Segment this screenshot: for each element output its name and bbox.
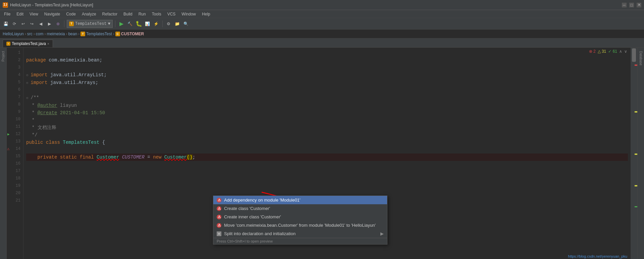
toolbar-sep1 (64, 20, 64, 27)
toolbar-undo[interactable]: ↩ (19, 20, 27, 28)
build-button[interactable]: 🔨 (126, 20, 134, 28)
line-7-code: * @author liayun (26, 103, 77, 108)
menu-run[interactable]: Run (136, 11, 149, 17)
line-gutter: 1 2 3 4 5 6 7 8 9 10 11 ▶ 12 13 ⚠ 14 15 … (7, 48, 23, 259)
menu-file[interactable]: File (1, 11, 13, 17)
qf-item-label-3: Create inner class 'Customer' (224, 214, 281, 219)
scroll-warning-3 (635, 185, 637, 186)
qf-item-create-inner-class[interactable]: ⚠ Create inner class 'Customer' (213, 213, 387, 221)
menu-vcs[interactable]: VCS (165, 11, 178, 17)
line-num-20: 20 (7, 189, 23, 197)
menu-navigate[interactable]: Navigate (42, 11, 63, 17)
line-19-code (26, 199, 29, 204)
minimize-button[interactable]: ─ (622, 3, 627, 7)
main-layout: Project ⊗ 2 △ 31 ✓ 61 ∧ ∨ 1 2 3 4 5 6 7 … (0, 48, 644, 259)
close-button[interactable]: ✕ (637, 3, 641, 7)
toolbar-sync[interactable]: ⟳ (11, 20, 18, 28)
qf-split-icon: ≡ (217, 231, 221, 236)
line-num-8: 8 (7, 101, 23, 108)
nav-dropdown-arrow: ▼ (108, 21, 110, 26)
qf-submenu-arrow: ▶ (380, 231, 384, 236)
coverage-button[interactable]: 📊 (144, 20, 151, 28)
menu-tools[interactable]: Tools (149, 11, 164, 17)
breadcrumb-bean[interactable]: bean (68, 32, 77, 36)
line-20-code (26, 206, 29, 212)
line-10-code: * 文档注释 (26, 125, 56, 130)
debug-button[interactable]: 🐛 (135, 20, 143, 28)
profile-button[interactable]: ⚡ (153, 20, 160, 28)
line-num-17: 17 (7, 167, 23, 175)
qf-item-add-dependency[interactable]: ⚠ Add dependency on module 'Module01' (213, 196, 387, 204)
line-num-7: 7 (7, 93, 23, 101)
breadcrumb-templates-test[interactable]: TemplatesTest (86, 32, 112, 36)
breadcrumb-customer[interactable]: C CUSTOMER (115, 32, 144, 36)
line-num-19: 19 (7, 182, 23, 189)
qf-error-icon-3: ⚠ (217, 215, 221, 219)
menu-bar: File Edit View Navigate Code Analyze Ref… (0, 10, 644, 18)
line-12-code: public class TemplatesTest { (26, 140, 105, 145)
qf-item-move[interactable]: ⚠ Move 'com.meimeixia.bean.Customer' fro… (213, 221, 387, 229)
external-tools[interactable]: 📁 (174, 20, 181, 28)
qf-item-split[interactable]: ≡ Split into declaration and initializat… (213, 229, 387, 238)
search-button[interactable]: 🔍 (182, 20, 190, 28)
toolbar: 💾 ⟳ ↩ ↪ ◀ ▶ ⊕ T TemplatesTest ▼ ▶ 🔨 🐛 📊 … (0, 18, 644, 30)
app-icon: IJ (3, 2, 8, 8)
qf-item-label-4: Move 'com.meimeixia.bean.Customer' from … (224, 223, 376, 228)
sidebar-project-label[interactable]: Project (1, 51, 5, 61)
line-18-code (26, 191, 29, 197)
vertical-scrollbar[interactable] (631, 48, 637, 259)
line-num-11: 11 (7, 123, 23, 130)
line-21-code (26, 214, 29, 219)
menu-view[interactable]: View (27, 11, 41, 17)
menu-edit[interactable]: Edit (14, 11, 26, 17)
title-bar-left: IJ HelloLiayun - TemplatesTest.java [Hel… (3, 2, 93, 8)
toolbar-redo[interactable]: ↪ (28, 20, 36, 28)
run-button[interactable]: ▶ (118, 20, 125, 28)
tab-templates-test[interactable]: T TemplatesTest.java × (3, 40, 53, 47)
toolbar-recent[interactable]: ⊕ (54, 20, 62, 28)
line-num-4: 4 (7, 71, 23, 79)
tab-icon: T (6, 42, 10, 46)
toolbar-forward[interactable]: ▶ (46, 20, 53, 28)
tab-label: TemplatesTest.java (12, 41, 46, 46)
breadcrumb-class[interactable]: T TemplatesTest (80, 32, 112, 36)
line-8-code: * @create 2021-04-01 15:50 (26, 110, 105, 116)
line-num-16: 16 (7, 160, 23, 167)
line-5-code (26, 88, 29, 93)
menu-build[interactable]: Build (121, 11, 135, 17)
line-num-2: 2 (7, 56, 23, 64)
menu-window[interactable]: Window (179, 11, 199, 17)
line-num-15: 15 (7, 153, 23, 160)
line-num-21: 21 (7, 197, 23, 204)
line-14-code: private static final Customer CUSTOMER =… (26, 154, 628, 161)
breadcrumb-meimeixia[interactable]: meimeixia (47, 32, 65, 36)
line-num-12: ▶ 12 (7, 130, 23, 138)
breadcrumb-project[interactable]: HelloLiayun (3, 32, 24, 36)
window-controls: ─ □ ✕ (622, 3, 641, 7)
breadcrumb-src[interactable]: src (27, 32, 33, 36)
breadcrumb-customer-label[interactable]: CUSTOMER (121, 32, 144, 36)
toolbar-save-all[interactable]: 💾 (2, 20, 9, 28)
toolbar-back[interactable]: ◀ (37, 20, 44, 28)
sidebar-database-label[interactable]: Database (639, 51, 643, 66)
tab-close-button[interactable]: × (47, 42, 49, 46)
nav-dropdown[interactable]: T TemplatesTest ▼ (67, 20, 113, 28)
line-3-code: ⊖ import java.util.ArrayList; (26, 72, 107, 78)
line-num-14: ⚠ 14 (7, 145, 23, 153)
line-num-18: 18 (7, 175, 23, 182)
qf-item-label-2: Create class 'Customer' (224, 206, 270, 211)
line-9-code: * (26, 118, 35, 123)
qf-error-icon-1: ⚠ (217, 198, 221, 203)
line-4-code: ⊖ import java.util.Arrays; (26, 80, 98, 85)
menu-analyze[interactable]: Analyze (79, 11, 99, 17)
menu-help[interactable]: Help (199, 11, 213, 17)
menu-code[interactable]: Code (63, 11, 78, 17)
tab-bar: T TemplatesTest.java × (0, 38, 644, 48)
qf-item-create-class[interactable]: ⚠ Create class 'Customer' (213, 204, 387, 213)
maximize-button[interactable]: □ (629, 3, 634, 7)
left-sidebar: Project (0, 48, 7, 259)
settings-button[interactable]: ⚙ (165, 20, 172, 28)
line-11-code: */ (26, 132, 38, 138)
breadcrumb-com[interactable]: com (36, 32, 44, 36)
menu-refactor[interactable]: Refactor (100, 11, 120, 17)
